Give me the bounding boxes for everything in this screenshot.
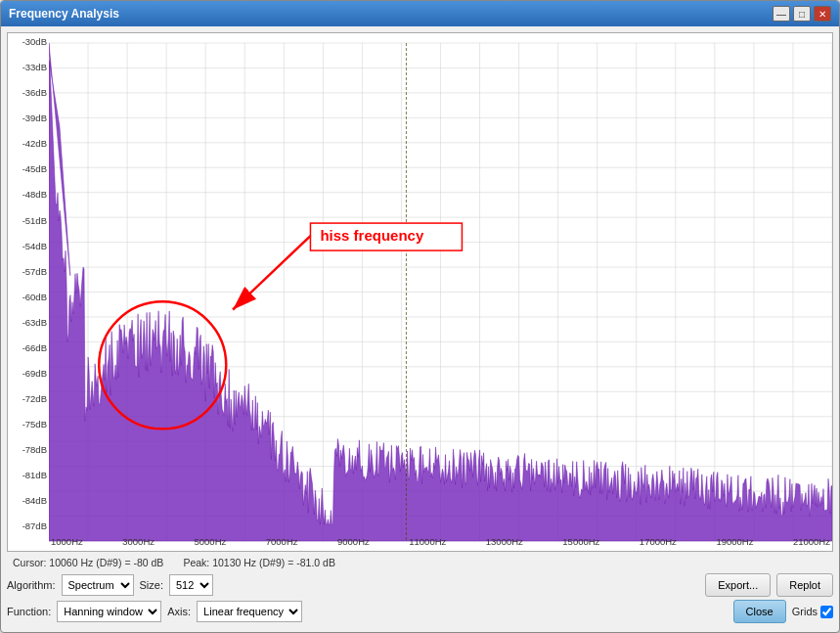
export-button[interactable]: Export... — [705, 573, 771, 597]
y-label-13: -69dB — [10, 369, 47, 379]
y-label-15: -75dB — [10, 420, 47, 430]
x-label-1: 3000Hz — [122, 536, 155, 547]
y-label-0: -30dB — [10, 37, 47, 47]
x-axis: 1000Hz 3000Hz 5000Hz 7000Hz 9000Hz 11000… — [49, 531, 832, 551]
chart-area: -30dB -33dB -36dB -39dB -42dB -45dB -48d… — [7, 32, 833, 552]
y-label-9: -57dB — [10, 267, 47, 277]
y-label-4: -42dB — [10, 139, 47, 149]
x-label-2: 5000Hz — [195, 536, 227, 547]
y-label-16: -78dB — [10, 445, 47, 455]
window-title: Frequency Analysis — [9, 7, 119, 21]
y-label-3: -39dB — [10, 113, 47, 123]
y-label-5: -45dB — [10, 164, 47, 174]
controls-row-1: Algorithm: Spectrum Size: 512 Export... … — [7, 573, 833, 597]
x-label-3: 7000Hz — [266, 536, 298, 547]
algorithm-select[interactable]: Spectrum — [62, 574, 134, 596]
x-label-5: 11000Hz — [409, 536, 446, 547]
y-label-2: -36dB — [10, 88, 47, 98]
main-content: -30dB -33dB -36dB -39dB -42dB -45dB -48d… — [1, 26, 839, 632]
close-button[interactable]: Close — [733, 600, 786, 623]
titlebar: Frequency Analysis — □ ✕ — [1, 1, 839, 26]
status-bar: Cursor: 10060 Hz (D#9) = -80 dB Peak: 10… — [7, 552, 833, 573]
axis-label: Axis: — [167, 606, 191, 617]
x-label-0: 1000Hz — [51, 536, 83, 547]
size-select[interactable]: 512 — [169, 574, 213, 596]
y-label-8: -54dB — [10, 242, 47, 251]
x-label-9: 19000Hz — [716, 536, 753, 547]
x-label-6: 13000Hz — [486, 536, 523, 547]
y-label-18: -84dB — [10, 496, 47, 506]
y-label-7: -51dB — [10, 216, 47, 226]
y-label-11: -63dB — [10, 318, 47, 328]
function-select[interactable]: Hanning window — [57, 601, 161, 622]
y-label-19: -87dB — [10, 521, 47, 531]
x-label-7: 15000Hz — [562, 536, 599, 547]
grids-label: Grids — [792, 606, 818, 617]
y-label-12: -66dB — [10, 343, 47, 353]
y-axis: -30dB -33dB -36dB -39dB -42dB -45dB -48d… — [8, 33, 49, 551]
y-label-10: -60dB — [10, 293, 47, 302]
x-label-10: 21000Hz — [793, 536, 830, 547]
y-label-1: -33dB — [10, 63, 47, 72]
minimize-button[interactable]: — — [773, 6, 790, 22]
cursor-status: Cursor: 10060 Hz (D#9) = -80 dB — [13, 557, 163, 568]
replot-button[interactable]: Replot — [776, 573, 833, 597]
x-label-8: 17000Hz — [640, 536, 677, 547]
algorithm-label: Algorithm: — [7, 579, 56, 591]
y-label-14: -72dB — [10, 394, 47, 404]
window-controls: — □ ✕ — [773, 6, 831, 22]
chart-plot-area: hiss frequency 1000Hz 3000Hz 5000Hz 7000… — [49, 33, 832, 551]
axis-select[interactable]: Linear frequency — [197, 601, 302, 622]
grids-checkbox-container: Grids — [792, 606, 833, 618]
spectrum-chart — [49, 33, 832, 551]
size-label: Size: — [140, 579, 163, 591]
grids-checkbox[interactable] — [820, 606, 833, 618]
function-label: Function: — [7, 606, 51, 617]
y-label-17: -81dB — [10, 471, 47, 480]
peak-status: Peak: 10130 Hz (D#9) = -81.0 dB — [183, 557, 335, 568]
x-label-4: 9000Hz — [337, 536, 370, 547]
maximize-button[interactable]: □ — [793, 6, 811, 22]
controls-row-2: Function: Hanning window Axis: Linear fr… — [7, 600, 833, 623]
y-label-6: -48dB — [10, 190, 47, 200]
close-window-button[interactable]: ✕ — [814, 6, 831, 22]
frequency-analysis-window: Frequency Analysis — □ ✕ -30dB -33dB -36… — [0, 0, 840, 633]
